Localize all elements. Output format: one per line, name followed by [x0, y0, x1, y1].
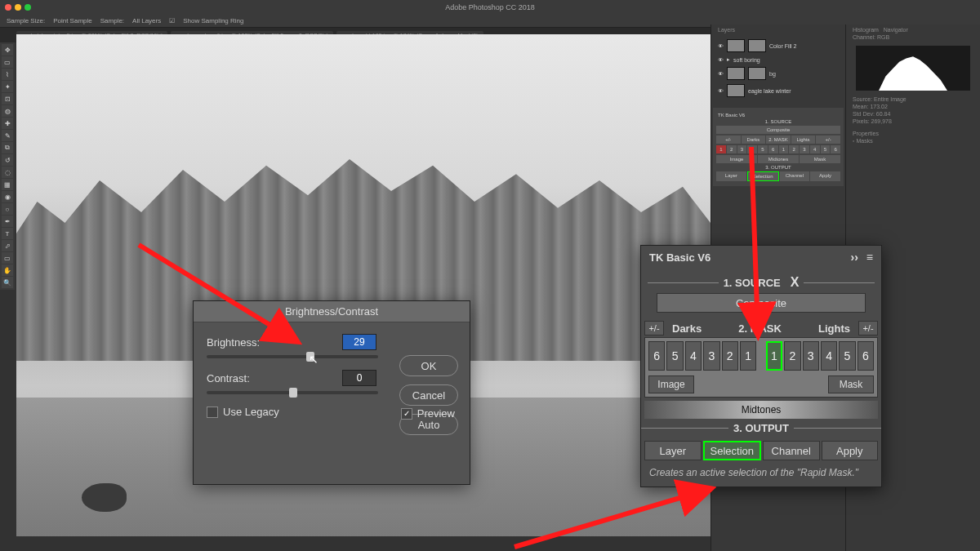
darks-1[interactable]: 1 [740, 341, 756, 371]
layers-panel: 👁Color Fill 2 👁▸soft boring 👁bg 👁eagle l… [713, 33, 844, 103]
image-content-rock [82, 483, 127, 512]
brush-tool[interactable]: ✎ [2, 130, 13, 141]
ok-button[interactable]: OK [399, 355, 458, 376]
brightness-slider[interactable] [207, 355, 378, 358]
tk-title: TK Basic V6 [649, 251, 710, 264]
contrast-input[interactable]: 0 [342, 370, 376, 386]
stamp-tool[interactable]: ⧉ [2, 142, 13, 153]
source-heading: 1. SOURCE [724, 277, 781, 289]
pm-left-button[interactable]: +/- [644, 321, 664, 335]
path-tool[interactable]: ⬀ [2, 240, 13, 251]
output-apply-button[interactable]: Apply [822, 441, 879, 460]
marquee-tool[interactable]: ▭ [2, 56, 13, 68]
lights-6[interactable]: 6 [858, 341, 874, 371]
preview-checkbox[interactable]: ✓Preview [401, 407, 455, 420]
contrast-slider[interactable] [207, 391, 378, 394]
layer-row[interactable]: 👁Color Fill 2 [716, 38, 840, 54]
output-heading: 3. OUTPUT [733, 422, 789, 434]
lights-5[interactable]: 5 [839, 341, 855, 371]
zoom-tool-icon[interactable]: 🔍 [2, 277, 13, 288]
pm-right-button[interactable]: +/- [858, 321, 878, 335]
cancel-button[interactable]: Cancel [399, 384, 458, 406]
layer-row[interactable]: 👁▸soft boring [716, 55, 840, 64]
gradient-tool[interactable]: ▦ [2, 179, 13, 190]
eyedropper-tool[interactable]: ◍ [2, 105, 13, 117]
close-icon[interactable] [5, 4, 11, 11]
contrast-label: Contrast: [207, 372, 296, 384]
output-tooltip: Creates an active selection of the "Rapi… [641, 464, 881, 487]
lights-3[interactable]: 3 [803, 341, 819, 371]
dialog-title: Brightness/Contrast [194, 301, 470, 322]
label-sample: Sample: [100, 17, 124, 24]
tk-panel-mini: TK Basic V6 1. SOURCE Composite +/- Dark… [713, 108, 844, 186]
histogram-display [856, 46, 970, 91]
wand-tool[interactable]: ✦ [2, 81, 13, 92]
layer-row[interactable]: 👁bg [716, 65, 840, 82]
hand-tool[interactable]: ✋ [2, 264, 13, 276]
checkbox-sampling-ring[interactable]: Show Sampling Ring [183, 17, 243, 24]
app-title: Adobe Photoshop CC 2018 [445, 3, 535, 11]
pen-tool[interactable]: ✒ [2, 216, 13, 227]
heal-tool[interactable]: ✚ [2, 118, 13, 129]
brightness-input[interactable]: 29 [342, 334, 376, 350]
midtones-button[interactable]: Midtones [644, 401, 878, 419]
close-icon[interactable]: X [791, 275, 800, 290]
composite-button[interactable]: Composite [657, 293, 866, 313]
history-tool[interactable]: ↺ [2, 154, 13, 166]
minimize-icon[interactable] [15, 4, 21, 11]
lasso-tool[interactable]: ⌇ [2, 69, 13, 80]
lights-4[interactable]: 4 [821, 341, 837, 371]
mask-zone-body: 6 5 4 3 2 1 1 2 3 4 5 6 Image Mask [644, 337, 878, 398]
image-button[interactable]: Image [648, 375, 694, 393]
lights-1[interactable]: 1 [766, 341, 783, 371]
dodge-tool[interactable]: ○ [2, 203, 13, 215]
crop-tool[interactable]: ⊡ [2, 93, 13, 104]
menu-icon[interactable]: ≡ [866, 251, 873, 264]
eraser-tool[interactable]: ◌ [2, 167, 13, 178]
layer-row[interactable]: 👁eagle lake winter [716, 82, 840, 99]
dropdown-sample-size[interactable]: Point Sample [53, 17, 92, 24]
dropdown-sample[interactable]: All Layers [132, 17, 161, 24]
lights-2[interactable]: 2 [784, 341, 800, 371]
output-selection-button[interactable]: Selection [703, 441, 762, 460]
mask-heading: 2. MASK [710, 322, 810, 335]
brightness-contrast-dialog: Brightness/Contrast Brightness: 29 Contr… [193, 300, 470, 485]
brightness-label: Brightness: [207, 336, 296, 349]
darks-6[interactable]: 6 [648, 341, 665, 371]
mask-button[interactable]: Mask [828, 375, 874, 393]
blur-tool[interactable]: ◉ [2, 191, 13, 202]
lights-label: Lights [813, 322, 855, 335]
darks-5[interactable]: 5 [666, 341, 683, 371]
tk-basic-panel: TK Basic V6 ›› ≡ 1. SOURCEX Composite +/… [640, 245, 882, 487]
label-sample-size: Sample Size: [7, 17, 45, 24]
darks-2[interactable]: 2 [722, 341, 738, 371]
darks-4[interactable]: 4 [685, 341, 702, 371]
expand-icon[interactable]: ›› [851, 251, 858, 264]
tools-panel: ✥ ▭ ⌇ ✦ ⊡ ◍ ✚ ✎ ⧉ ↺ ◌ ▦ ◉ ○ ✒ T ⬀ ▭ ✋ 🔍 [0, 42, 15, 290]
move-tool[interactable]: ✥ [2, 44, 13, 56]
zoom-icon[interactable] [24, 4, 31, 11]
type-tool[interactable]: T [2, 228, 13, 239]
output-layer-button[interactable]: Layer [644, 441, 702, 460]
output-channel-button[interactable]: Channel [763, 441, 820, 460]
darks-3[interactable]: 3 [703, 341, 719, 371]
shape-tool[interactable]: ▭ [2, 252, 13, 264]
window-titlebar: Adobe Photoshop CC 2018 [0, 0, 980, 15]
layers-panel-title[interactable]: Layers [713, 26, 844, 33]
darks-label: Darks [667, 322, 706, 335]
